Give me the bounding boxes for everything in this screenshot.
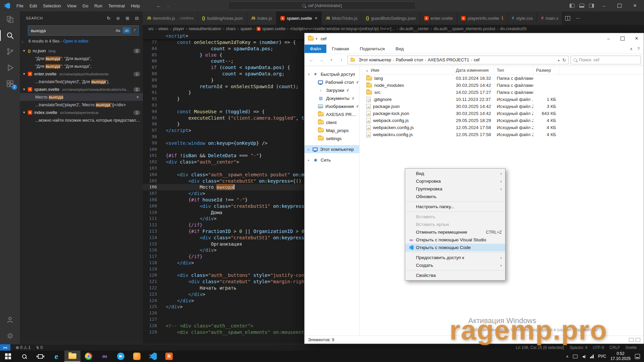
taskbar-chrome[interactable]: [80, 351, 97, 362]
back-icon[interactable]: ←: [156, 3, 161, 8]
settings-gear-icon[interactable]: [0, 328, 20, 344]
search-match-row[interactable]: "Для выхода": "Для выхода",: [20, 55, 143, 62]
tab-enter.svelte[interactable]: senter.svelte: [420, 11, 458, 25]
address-segment[interactable]: Этот компьютер: [357, 57, 393, 63]
details-view-icon[interactable]: [629, 338, 634, 342]
taskbar-app-orange[interactable]: [129, 351, 145, 362]
toggle-replace-icon[interactable]: ›: [22, 40, 23, 44]
address-segment[interactable]: Рабочий стол: [394, 57, 425, 63]
search-match-row[interactable]: "Для выхода": "Для выхода",: [20, 62, 143, 70]
search-match-row[interactable]: ...translateText('player2', 'Для выхода'…: [20, 78, 143, 85]
column-header-Имя[interactable]: ▴Имя: [360, 66, 453, 74]
nav-item-Map_props[interactable]: Map_props: [305, 126, 359, 134]
menu-item-Свойства[interactable]: Свойства: [405, 272, 505, 279]
tab-index.js[interactable]: JSindex.js: [247, 11, 276, 25]
clear-results-icon[interactable]: ⊘: [115, 15, 121, 21]
nav-item-Документы[interactable]: ▤Документы: [305, 94, 359, 102]
toggle-sidebar-icon[interactable]: [570, 4, 575, 8]
help-icon[interactable]: ?: [637, 47, 640, 51]
search-file-row[interactable]: ▾sindex.sveltesrc\views\player\rentcar1: [20, 109, 143, 116]
search-match-row[interactable]: ...можно найти похожие места, которые пр…: [20, 116, 143, 124]
breadcrumb-item[interactable]: sspawn.svelte: [257, 26, 285, 31]
tab-spawn.svelte[interactable]: sspawn.svelte×: [276, 11, 322, 25]
display-tray-icon[interactable]: [573, 355, 578, 358]
breadcrumb-item[interactable]: player: [173, 26, 184, 31]
menu-item-Вставить ярлык[interactable]: Вставить ярлык: [405, 221, 505, 228]
nav-item-Рабочий стол[interactable]: Рабочий стол: [305, 78, 359, 86]
file-row[interactable]: .gitignore10.11.2023 22:37Исходный файл …: [360, 96, 644, 103]
whole-word-icon[interactable]: ab: [123, 27, 130, 34]
menu-help[interactable]: Help: [128, 3, 143, 8]
account-icon[interactable]: [0, 312, 20, 328]
file-row[interactable]: JSwebpackru.config.js12.05.2025 17:58Исх…: [360, 131, 644, 138]
nav-item-Быстрый доступ[interactable]: ▾★Быстрый доступ: [305, 70, 359, 78]
taskbar-telegram[interactable]: [113, 351, 129, 362]
menu-item-Группировка[interactable]: Группировка›: [405, 185, 505, 193]
remote-indicator[interactable]: ><: [0, 344, 10, 351]
breadcrumb-item[interactable]: chars: [226, 26, 235, 31]
menu-terminal[interactable]: Terminal: [105, 3, 128, 8]
breadcrumb-item[interactable]: div.createbutSt: [500, 26, 527, 31]
run-debug-icon[interactable]: [0, 60, 20, 76]
taskbar-vscode[interactable]: [145, 351, 161, 362]
ribbon-tab-Файл[interactable]: Файл: [305, 45, 326, 53]
ribbon-tab-Поделиться[interactable]: Поделиться: [355, 45, 390, 53]
column-header-Дата изменения[interactable]: Дата изменения: [453, 66, 494, 74]
open-in-editor-link[interactable]: Open in editor: [63, 39, 88, 44]
breadcrumb-item[interactable]: views: [158, 26, 168, 31]
search-icon[interactable]: [0, 27, 20, 44]
toggle-secondary-sidebar-icon[interactable]: [589, 4, 594, 8]
minimize-button[interactable]: [601, 33, 615, 44]
breadcrumb-item[interactable]: div.auth__spawn_elements.posbut: [434, 26, 495, 31]
menu-selection[interactable]: Selection: [40, 3, 64, 8]
breadcrumb-item[interactable]: newauthentication: [189, 26, 221, 31]
back-icon[interactable]: [307, 56, 315, 64]
status-problems[interactable]: ↯ 0: [33, 345, 45, 350]
status-problems[interactable]: ⊗ 0 ⚠ 1: [13, 345, 33, 350]
regex-icon[interactable]: .*: [131, 27, 137, 34]
split-editor-icon[interactable]: [562, 11, 573, 25]
column-header-Тип[interactable]: Тип: [494, 66, 533, 74]
tab-itemsInfo.js[interactable]: JSitemsInfo.js...\clothes: [143, 11, 198, 25]
status-item[interactable]: UTF-8: [590, 345, 607, 350]
menu-item-Создать[interactable]: Создать›: [405, 261, 505, 269]
menu-item-Вид[interactable]: Вид›: [405, 170, 505, 177]
toggle-panel-icon[interactable]: [579, 4, 584, 8]
recent-locations-icon[interactable]: [327, 56, 335, 64]
taskbar-taskview[interactable]: [32, 351, 48, 362]
address-dropdown-icon[interactable]: [558, 57, 559, 63]
breadcrumb-item[interactable]: src: [148, 26, 154, 31]
dismiss-icon[interactable]: ×: [135, 95, 140, 100]
nav-item-settings[interactable]: settings: [305, 134, 359, 142]
clock[interactable]: 0:52 17.10.2025: [610, 351, 631, 361]
file-row[interactable]: lang03.10.2024 16:32Папка с файлами: [360, 75, 644, 82]
tab-guardBotsSettings.json[interactable]: {}guardBotsSettings.json: [362, 11, 420, 25]
nav-item-Этот компьютер[interactable]: ▸Этот компьютер: [305, 145, 359, 153]
breadcrumb-item[interactable]: </script>↵↵<svelte:window on:keyup={onKe…: [290, 26, 395, 31]
collapse-ribbon-icon[interactable]: ∧: [630, 47, 633, 51]
file-row[interactable]: JSwebpack.config.js29.05.2025 18:29Исход…: [360, 117, 644, 124]
file-row[interactable]: src14.02.2025 17:27Папка с файлами: [360, 89, 644, 96]
menu-item-Отменить перемещение[interactable]: Отменить перемещениеCTRL+Z: [405, 228, 505, 236]
taskbar-edge[interactable]: e: [48, 351, 64, 362]
nav-item-client[interactable]: client: [305, 118, 359, 126]
hidden-icons-icon[interactable]: ∧: [566, 354, 569, 359]
status-item[interactable]: CRLF: [607, 345, 623, 350]
forward-icon[interactable]: →: [166, 3, 170, 8]
menu-view[interactable]: View: [64, 3, 79, 8]
nav-item-Загрузки[interactable]: ↓Загрузки: [305, 86, 359, 94]
match-case-icon[interactable]: Aa: [114, 27, 122, 34]
chevron-down-icon[interactable]: ▾: [316, 37, 317, 41]
status-item[interactable]: Svelte: [623, 345, 639, 350]
column-header-Размер[interactable]: Размер: [533, 66, 559, 74]
status-item[interactable]: Spaces: 4: [567, 345, 590, 350]
thumbnails-view-icon[interactable]: [636, 338, 640, 342]
explorer-icon[interactable]: [0, 11, 20, 27]
nav-item-Изображения[interactable]: Изображения: [305, 102, 359, 110]
maximize-button[interactable]: [615, 33, 630, 44]
taskbar-ragemp[interactable]: R: [161, 351, 177, 362]
taskbar-visualstudio[interactable]: ∞: [97, 351, 113, 362]
menu-run[interactable]: Run: [91, 3, 105, 8]
menu-item-Обновить[interactable]: Обновить: [405, 193, 505, 200]
menu-file[interactable]: File: [13, 3, 26, 8]
